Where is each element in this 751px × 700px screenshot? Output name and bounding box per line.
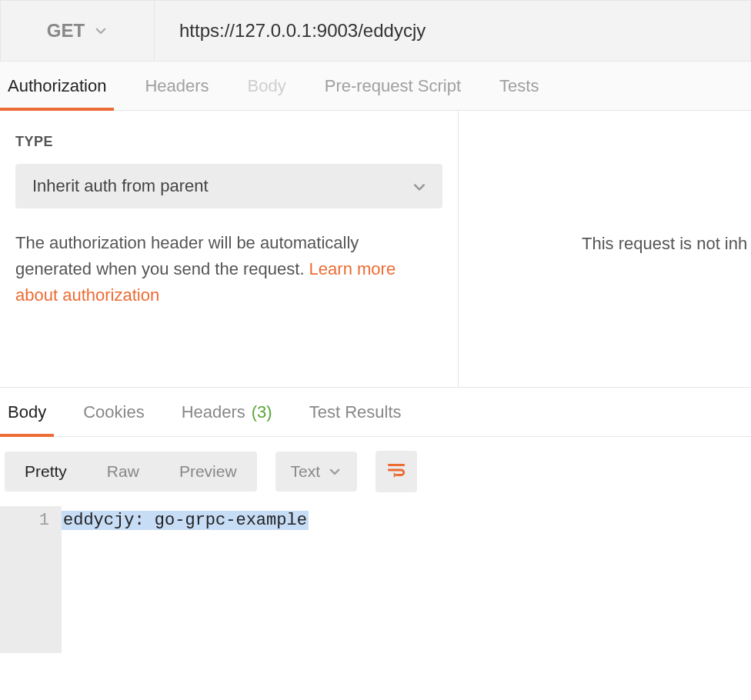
response-body: 1 eddycjy: go-grpc-example <box>0 506 751 653</box>
response-tab-headers[interactable]: Headers (3) <box>182 388 272 436</box>
auth-left-column: TYPE Inherit auth from parent The author… <box>0 111 459 387</box>
response-body-text: eddycjy: go-grpc-example <box>62 511 309 530</box>
chevron-down-icon <box>412 179 426 193</box>
code-line[interactable]: eddycjy: go-grpc-example <box>62 506 751 653</box>
url-input[interactable] <box>155 1 750 61</box>
format-dropdown[interactable]: Text <box>275 452 358 492</box>
wrap-lines-button[interactable] <box>376 451 417 492</box>
chevron-down-icon <box>328 465 342 478</box>
response-tab-headers-label: Headers <box>182 402 245 422</box>
view-mode-group: Pretty Raw Preview <box>5 452 257 492</box>
tab-authorization[interactable]: Authorization <box>8 62 106 110</box>
authorization-panel: TYPE Inherit auth from parent The author… <box>0 111 751 388</box>
auth-description: The authorization header will be automat… <box>15 230 423 308</box>
http-method-label: GET <box>47 20 85 42</box>
tab-prerequest-script[interactable]: Pre-request Script <box>325 62 461 110</box>
response-tab-test-results[interactable]: Test Results <box>309 388 402 436</box>
view-preview-button[interactable]: Preview <box>159 452 257 492</box>
chevron-down-icon <box>94 24 108 38</box>
format-label: Text <box>291 462 321 481</box>
request-bar: GET <box>0 0 751 62</box>
response-tabs: Body Cookies Headers (3) Test Results <box>0 388 751 437</box>
response-tab-body[interactable]: Body <box>8 388 46 436</box>
tab-headers[interactable]: Headers <box>145 62 209 110</box>
auth-description-text: The authorization header will be automat… <box>15 233 359 278</box>
line-number-gutter: 1 <box>0 506 62 653</box>
headers-count-badge: (3) <box>252 402 272 422</box>
auth-type-dropdown[interactable]: Inherit auth from parent <box>15 164 442 208</box>
tab-body[interactable]: Body <box>248 62 286 110</box>
view-pretty-button[interactable]: Pretty <box>5 452 87 492</box>
response-tab-cookies[interactable]: Cookies <box>83 388 144 436</box>
auth-right-column: This request is not inh <box>459 111 751 387</box>
auth-type-label: TYPE <box>15 134 442 150</box>
auth-type-value: Inherit auth from parent <box>32 176 209 196</box>
request-tabs: Authorization Headers Body Pre-request S… <box>0 62 751 111</box>
tab-tests[interactable]: Tests <box>499 62 539 110</box>
response-toolbar: Pretty Raw Preview Text <box>0 437 751 506</box>
auth-inherit-message: This request is not inh <box>582 234 747 253</box>
wrap-icon <box>386 460 406 483</box>
http-method-dropdown[interactable]: GET <box>1 1 155 61</box>
view-raw-button[interactable]: Raw <box>87 452 159 492</box>
